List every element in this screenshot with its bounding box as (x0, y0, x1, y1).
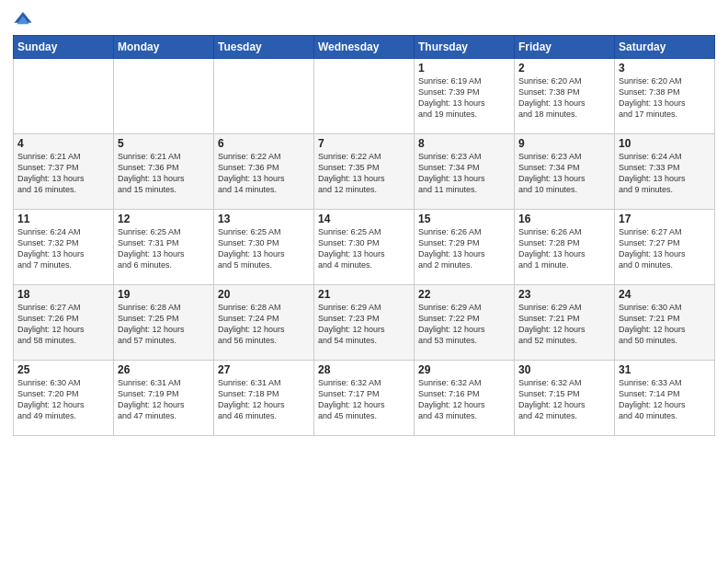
day-info: Sunrise: 6:20 AM Sunset: 7:38 PM Dayligh… (518, 75, 610, 121)
day-number: 5 (118, 137, 210, 150)
day-number: 10 (619, 137, 711, 150)
page: SundayMondayTuesdayWednesdayThursdayFrid… (0, 0, 728, 563)
day-info: Sunrise: 6:22 AM Sunset: 7:36 PM Dayligh… (218, 151, 310, 196)
day-cell: 19Sunrise: 6:28 AM Sunset: 7:25 PM Dayli… (114, 285, 214, 361)
day-number: 26 (118, 363, 210, 376)
day-number: 19 (118, 288, 210, 301)
day-cell: 5Sunrise: 6:21 AM Sunset: 7:36 PM Daylig… (114, 134, 214, 210)
day-info: Sunrise: 6:32 AM Sunset: 7:16 PM Dayligh… (418, 377, 510, 422)
day-info: Sunrise: 6:32 AM Sunset: 7:17 PM Dayligh… (318, 377, 410, 422)
day-number: 31 (619, 363, 711, 376)
day-cell: 30Sunrise: 6:32 AM Sunset: 7:15 PM Dayli… (515, 361, 615, 436)
day-info: Sunrise: 6:27 AM Sunset: 7:26 PM Dayligh… (17, 302, 109, 347)
day-number: 24 (619, 288, 711, 301)
day-info: Sunrise: 6:33 AM Sunset: 7:14 PM Dayligh… (619, 377, 711, 422)
day-cell: 21Sunrise: 6:29 AM Sunset: 7:23 PM Dayli… (314, 285, 415, 361)
logo-icon (13, 9, 33, 29)
logo (13, 9, 37, 29)
week-row-4: 18Sunrise: 6:27 AM Sunset: 7:26 PM Dayli… (14, 285, 715, 361)
day-info: Sunrise: 6:28 AM Sunset: 7:24 PM Dayligh… (218, 302, 310, 347)
day-cell: 29Sunrise: 6:32 AM Sunset: 7:16 PM Dayli… (415, 361, 515, 436)
day-cell: 3Sunrise: 6:20 AM Sunset: 7:38 PM Daylig… (615, 59, 715, 134)
day-number: 28 (318, 363, 410, 376)
week-row-3: 11Sunrise: 6:24 AM Sunset: 7:32 PM Dayli… (14, 210, 715, 285)
day-number: 3 (619, 62, 711, 75)
day-number: 20 (218, 288, 310, 301)
day-info: Sunrise: 6:28 AM Sunset: 7:25 PM Dayligh… (118, 302, 210, 347)
day-number: 14 (318, 213, 410, 225)
day-cell: 12Sunrise: 6:25 AM Sunset: 7:31 PM Dayli… (114, 210, 214, 285)
day-cell (114, 59, 214, 134)
day-cell: 25Sunrise: 6:30 AM Sunset: 7:20 PM Dayli… (14, 361, 114, 436)
day-number: 29 (418, 363, 510, 376)
day-info: Sunrise: 6:30 AM Sunset: 7:20 PM Dayligh… (17, 377, 109, 422)
day-cell: 7Sunrise: 6:22 AM Sunset: 7:35 PM Daylig… (314, 134, 415, 210)
day-number: 2 (518, 62, 610, 75)
day-info: Sunrise: 6:23 AM Sunset: 7:34 PM Dayligh… (418, 151, 510, 196)
weekday-header-tuesday: Tuesday (214, 36, 314, 59)
day-info: Sunrise: 6:26 AM Sunset: 7:29 PM Dayligh… (418, 226, 510, 271)
day-cell: 28Sunrise: 6:32 AM Sunset: 7:17 PM Dayli… (314, 361, 415, 436)
day-cell: 11Sunrise: 6:24 AM Sunset: 7:32 PM Dayli… (14, 210, 114, 285)
day-number: 1 (418, 62, 510, 75)
day-cell: 15Sunrise: 6:26 AM Sunset: 7:29 PM Dayli… (415, 210, 515, 285)
weekday-header-monday: Monday (114, 36, 214, 59)
day-info: Sunrise: 6:25 AM Sunset: 7:31 PM Dayligh… (118, 226, 210, 271)
day-cell: 27Sunrise: 6:31 AM Sunset: 7:18 PM Dayli… (214, 361, 314, 436)
day-info: Sunrise: 6:25 AM Sunset: 7:30 PM Dayligh… (218, 226, 310, 271)
day-number: 4 (17, 137, 109, 150)
weekday-header-row: SundayMondayTuesdayWednesdayThursdayFrid… (14, 36, 715, 59)
day-cell: 22Sunrise: 6:29 AM Sunset: 7:22 PM Dayli… (415, 285, 515, 361)
day-info: Sunrise: 6:20 AM Sunset: 7:38 PM Dayligh… (619, 75, 711, 121)
day-cell: 31Sunrise: 6:33 AM Sunset: 7:14 PM Dayli… (615, 361, 715, 436)
day-info: Sunrise: 6:31 AM Sunset: 7:19 PM Dayligh… (118, 377, 210, 422)
day-number: 30 (518, 363, 610, 376)
weekday-header-sunday: Sunday (14, 36, 114, 59)
day-number: 8 (418, 137, 510, 150)
weekday-header-wednesday: Wednesday (314, 36, 415, 59)
day-info: Sunrise: 6:26 AM Sunset: 7:28 PM Dayligh… (518, 226, 610, 271)
day-cell: 8Sunrise: 6:23 AM Sunset: 7:34 PM Daylig… (415, 134, 515, 210)
day-number: 12 (118, 213, 210, 225)
day-number: 13 (218, 213, 310, 225)
day-info: Sunrise: 6:30 AM Sunset: 7:21 PM Dayligh… (619, 302, 711, 347)
day-cell (14, 59, 114, 134)
day-info: Sunrise: 6:22 AM Sunset: 7:35 PM Dayligh… (318, 151, 410, 196)
day-info: Sunrise: 6:25 AM Sunset: 7:30 PM Dayligh… (318, 226, 410, 271)
day-number: 16 (518, 213, 610, 225)
day-number: 23 (518, 288, 610, 301)
day-cell: 26Sunrise: 6:31 AM Sunset: 7:19 PM Dayli… (114, 361, 214, 436)
day-info: Sunrise: 6:31 AM Sunset: 7:18 PM Dayligh… (218, 377, 310, 422)
day-number: 7 (318, 137, 410, 150)
weekday-header-friday: Friday (515, 36, 615, 59)
day-cell (214, 59, 314, 134)
day-number: 17 (619, 213, 711, 225)
day-cell: 6Sunrise: 6:22 AM Sunset: 7:36 PM Daylig… (214, 134, 314, 210)
day-number: 6 (218, 137, 310, 150)
calendar-table: SundayMondayTuesdayWednesdayThursdayFrid… (13, 35, 715, 436)
day-cell: 14Sunrise: 6:25 AM Sunset: 7:30 PM Dayli… (314, 210, 415, 285)
day-info: Sunrise: 6:27 AM Sunset: 7:27 PM Dayligh… (619, 226, 711, 271)
day-cell: 24Sunrise: 6:30 AM Sunset: 7:21 PM Dayli… (615, 285, 715, 361)
day-cell (314, 59, 415, 134)
week-row-1: 1Sunrise: 6:19 AM Sunset: 7:39 PM Daylig… (14, 59, 715, 134)
day-info: Sunrise: 6:29 AM Sunset: 7:22 PM Dayligh… (418, 302, 510, 347)
day-info: Sunrise: 6:24 AM Sunset: 7:33 PM Dayligh… (619, 151, 711, 196)
day-cell: 20Sunrise: 6:28 AM Sunset: 7:24 PM Dayli… (214, 285, 314, 361)
day-number: 15 (418, 213, 510, 225)
day-cell: 4Sunrise: 6:21 AM Sunset: 7:37 PM Daylig… (14, 134, 114, 210)
day-cell: 10Sunrise: 6:24 AM Sunset: 7:33 PM Dayli… (615, 134, 715, 210)
day-cell: 2Sunrise: 6:20 AM Sunset: 7:38 PM Daylig… (515, 59, 615, 134)
day-cell: 13Sunrise: 6:25 AM Sunset: 7:30 PM Dayli… (214, 210, 314, 285)
day-number: 22 (418, 288, 510, 301)
day-number: 18 (17, 288, 109, 301)
day-info: Sunrise: 6:19 AM Sunset: 7:39 PM Dayligh… (418, 75, 510, 121)
day-cell: 17Sunrise: 6:27 AM Sunset: 7:27 PM Dayli… (615, 210, 715, 285)
day-info: Sunrise: 6:32 AM Sunset: 7:15 PM Dayligh… (518, 377, 610, 422)
day-number: 25 (17, 363, 109, 376)
weekday-header-saturday: Saturday (615, 36, 715, 59)
day-cell: 9Sunrise: 6:23 AM Sunset: 7:34 PM Daylig… (515, 134, 615, 210)
day-number: 21 (318, 288, 410, 301)
day-cell: 16Sunrise: 6:26 AM Sunset: 7:28 PM Dayli… (515, 210, 615, 285)
day-cell: 23Sunrise: 6:29 AM Sunset: 7:21 PM Dayli… (515, 285, 615, 361)
